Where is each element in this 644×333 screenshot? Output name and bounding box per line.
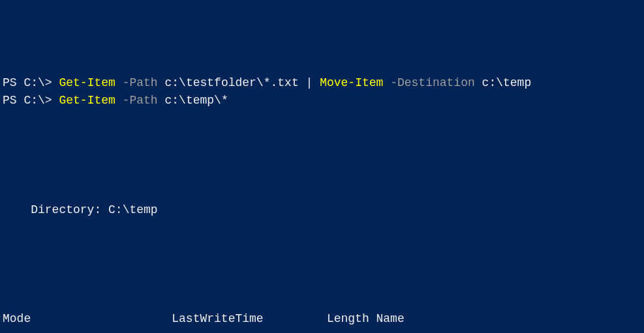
directory-header: Directory: C:\temp (3, 201, 641, 220)
arg-path-2: c:\temp\* (164, 94, 228, 107)
arg-destination: c:\temp (482, 76, 532, 89)
cmdlet-moveitem: Move-Item (320, 76, 383, 89)
prompt: PS C:\> (3, 94, 59, 107)
pipe-icon: | (299, 76, 320, 89)
arg-path-1: c:\testfolder\*.txt (164, 76, 298, 89)
cmdlet-getitem-2: Get-Item (59, 94, 115, 107)
param-destination: -Destination (390, 76, 475, 89)
cmdlet-getitem: Get-Item (59, 76, 115, 89)
command-line-2: PS C:\> Get-Item -Path c:\temp\* (3, 92, 641, 110)
table-header: Mode LastWriteTime Length Name (3, 310, 641, 328)
command-line-1: PS C:\> Get-Item -Path c:\testfolder\*.t… (3, 74, 641, 93)
prompt: PS C:\> (3, 76, 59, 89)
param-path: -Path (123, 76, 158, 89)
param-path-2: -Path (123, 94, 158, 107)
